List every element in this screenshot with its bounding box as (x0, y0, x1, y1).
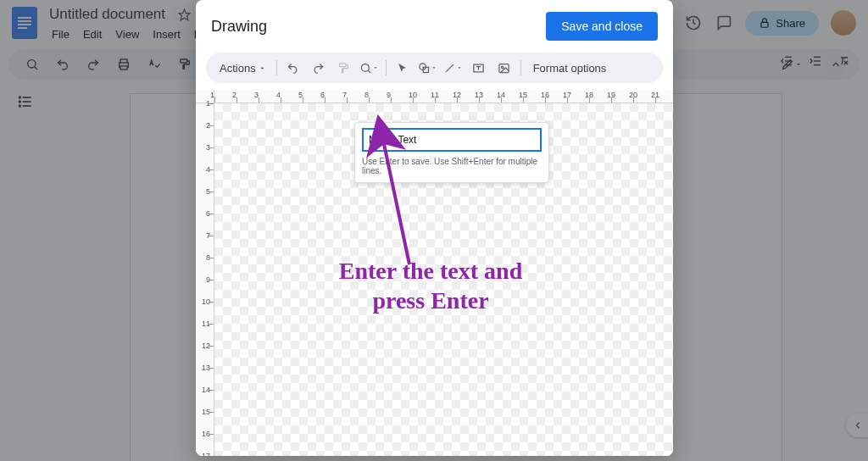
svg-rect-26 (499, 64, 509, 72)
drawing-canvas[interactable]: Use Enter to save. Use Shift+Enter for m… (214, 103, 673, 456)
horizontal-ruler: 123456789101112131415161718192021 (214, 90, 673, 103)
chevron-down-icon (372, 64, 379, 71)
paint-format-icon (333, 57, 355, 79)
wordart-hint-text: Use Enter to save. Use Shift+Enter for m… (362, 157, 542, 175)
vertical-ruler: 1234567891011121314151617 (196, 103, 214, 456)
wordart-input-popup: Use Enter to save. Use Shift+Enter for m… (354, 122, 549, 183)
save-and-close-button[interactable]: Save and close (546, 12, 658, 41)
textbox-tool-icon[interactable] (468, 57, 490, 79)
chevron-down-icon (431, 64, 437, 71)
chevron-down-icon (259, 64, 266, 72)
chevron-down-icon (456, 64, 463, 71)
actions-label: Actions (220, 62, 256, 75)
shape-tool-icon[interactable] (417, 57, 439, 79)
line-tool-icon[interactable] (442, 57, 465, 79)
undo-icon[interactable] (282, 57, 304, 79)
svg-line-24 (446, 64, 453, 72)
select-tool-icon[interactable] (392, 57, 414, 79)
actions-menu[interactable]: Actions (214, 58, 271, 78)
zoom-tool-icon[interactable] (359, 57, 381, 79)
redo-icon[interactable] (308, 57, 330, 79)
format-options-button[interactable]: Format options (526, 58, 614, 78)
wordart-text-input[interactable] (362, 128, 542, 152)
drawing-canvas-wrap: 123456789101112131415161718192021 123456… (196, 90, 673, 456)
drawing-dialog-title: Drawing (211, 18, 267, 36)
svg-rect-19 (340, 63, 347, 66)
svg-point-20 (362, 64, 370, 71)
image-tool-icon[interactable] (493, 57, 515, 79)
drawing-toolbar: Actions Format options (206, 53, 663, 83)
svg-line-21 (368, 70, 370, 73)
svg-point-27 (502, 66, 504, 69)
annotation-text: Enter the text and press Enter (291, 256, 570, 315)
drawing-dialog: Drawing Save and close Actions Format op… (196, 0, 673, 456)
drawing-dialog-header: Drawing Save and close (196, 0, 673, 53)
